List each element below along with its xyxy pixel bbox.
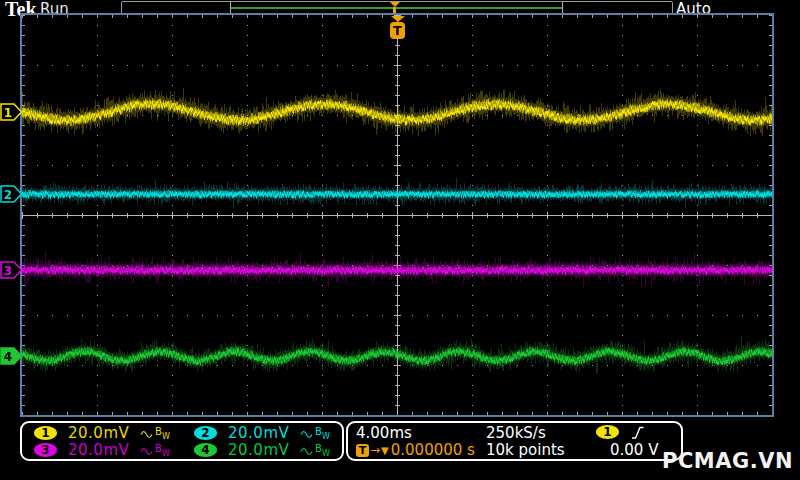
time-scale: 4.00ms — [356, 424, 412, 442]
trigger-level-value: 0.00 V — [610, 441, 658, 459]
trigger-arrow-glyph: → — [370, 443, 380, 457]
bandwidth-limit-icon: B — [315, 442, 322, 456]
rising-edge-icon — [631, 425, 645, 440]
trigger-position-value: 0.000000 s — [391, 441, 475, 459]
channel-4-badge: 4 — [194, 443, 217, 457]
trigger-t-icon: T — [390, 22, 405, 39]
channel-1-marker-number: 1 — [4, 106, 12, 120]
bandwidth-limit-icon: B — [155, 425, 162, 439]
trigger-position-flag: T — [389, 16, 406, 39]
channel-readout-box: 1 20.0mV BW 2 20.0mV BW — [20, 421, 344, 461]
channel-2-badge: 2 — [194, 426, 217, 440]
ac-coupling-icon — [140, 430, 153, 439]
channel-4-scale: 20.0mV — [228, 441, 300, 459]
horizontal-trigger-readout-box: 4.00ms 250kS/s 1 T → ▼ 0.000000 s 10k po… — [346, 421, 683, 461]
ac-coupling-icon — [140, 447, 153, 456]
channel-3-scale: 20.0mV — [68, 441, 140, 459]
channel-2-scale: 20.0mV — [228, 424, 300, 442]
bandwidth-limit-icon: B — [315, 425, 322, 439]
channel-3-marker-number: 3 — [4, 264, 12, 278]
channel-3-coupling: BW — [140, 443, 170, 457]
waveform-display — [22, 15, 772, 415]
channel-2-coupling: BW — [300, 426, 330, 440]
channel-4-marker: 4 — [0, 347, 24, 365]
channel-1-coupling: BW — [140, 426, 170, 440]
channel-3-badge: 3 — [34, 443, 57, 457]
trigger-t-badge-icon: T — [356, 444, 369, 457]
channel-1-marker: 1 — [0, 103, 24, 121]
channel-2-readout: 2 20.0mV BW — [194, 424, 330, 441]
oscilloscope-screen: Tek Run Auto T 1 2 3 4 1 — [0, 0, 800, 480]
channel-1-readout: 1 20.0mV BW — [34, 424, 170, 441]
trigger-level-marker-icon: ▼ — [381, 445, 389, 456]
ac-coupling-icon — [300, 447, 313, 456]
trigger-source-badge: 1 — [596, 425, 619, 439]
bandwidth-limit-icon: B — [155, 442, 162, 456]
channel-4-marker-number: 4 — [4, 350, 12, 364]
channel-2-marker: 2 — [0, 185, 24, 203]
record-length: 10k points — [486, 441, 565, 459]
channel-4-coupling: BW — [300, 443, 330, 457]
channel-1-badge: 1 — [34, 426, 57, 440]
channel-2-marker-number: 2 — [4, 188, 12, 202]
watermark: PCMAG.VN — [662, 449, 793, 473]
graticule — [20, 13, 774, 417]
channel-3-readout: 3 20.0mV BW — [34, 441, 170, 458]
channel-3-marker: 3 — [0, 261, 24, 279]
channel-4-readout: 4 20.0mV BW — [194, 441, 330, 458]
bandwidth-limit-sub: W — [162, 447, 170, 461]
bandwidth-limit-sub: W — [322, 447, 330, 461]
sample-rate: 250kS/s — [486, 424, 546, 442]
channel-1-scale: 20.0mV — [68, 424, 140, 442]
trigger-position-readout: T → ▼ 0.000000 s — [356, 441, 475, 459]
ac-coupling-icon — [300, 430, 313, 439]
